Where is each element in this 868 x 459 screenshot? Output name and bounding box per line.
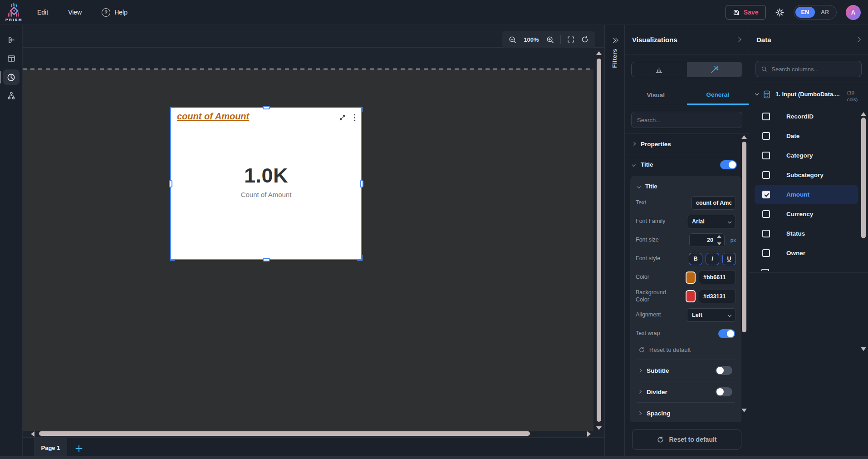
column-checkbox[interactable]: [762, 132, 770, 140]
title-settings-header[interactable]: Title: [636, 181, 736, 196]
canvas-horizontal-scrollbar[interactable]: [23, 431, 604, 437]
tab-visual[interactable]: Visual: [625, 85, 687, 105]
viz-tabs: Visual General: [625, 85, 749, 105]
zoom-out-button[interactable]: [508, 35, 517, 44]
scroll-up-arrow[interactable]: [596, 51, 602, 55]
scroll-down-arrow[interactable]: [861, 347, 866, 351]
canvas-viewport[interactable]: count of Amount: [23, 48, 604, 431]
canvas-vertical-scrollbar[interactable]: [596, 51, 602, 430]
column-row[interactable]: Subcategory: [755, 165, 858, 185]
format-mode-button[interactable]: [687, 62, 742, 77]
scroll-right-arrow[interactable]: [587, 431, 591, 437]
page-tab-1[interactable]: Page 1: [34, 438, 67, 459]
reset-view-button[interactable]: [581, 35, 589, 44]
scroll-left-arrow[interactable]: [31, 431, 34, 437]
hierarchy-view-button[interactable]: [3, 88, 20, 104]
background-color-swatch[interactable]: [686, 290, 696, 302]
column-checkbox[interactable]: [762, 152, 770, 159]
scroll-up-arrow[interactable]: [741, 135, 747, 139]
color-hex-input[interactable]: [699, 271, 736, 284]
resize-handle-top[interactable]: [263, 106, 270, 109]
section-title[interactable]: Title: [625, 154, 742, 175]
section-divider-setting[interactable]: Divider: [636, 381, 736, 402]
subtitle-toggle[interactable]: [716, 366, 732, 375]
alignment-select[interactable]: Left: [687, 308, 736, 322]
horizontal-scroll-thumb[interactable]: [39, 431, 530, 436]
menu-view[interactable]: View: [68, 9, 82, 16]
font-size-input[interactable]: [690, 237, 713, 243]
divider-toggle[interactable]: [716, 387, 732, 396]
save-button[interactable]: Save: [726, 5, 766, 20]
app-logo[interactable]: PRISM: [4, 3, 25, 22]
zoom-in-button[interactable]: [546, 35, 554, 44]
title-toggle[interactable]: [720, 160, 737, 169]
expand-filters-button[interactable]: [612, 39, 618, 42]
section-properties[interactable]: Properties: [625, 134, 742, 154]
title-text-input[interactable]: [691, 196, 736, 210]
resize-handle-bottom[interactable]: [263, 258, 270, 262]
column-label: Amount: [786, 191, 809, 198]
add-page-button[interactable]: [67, 438, 91, 459]
data-panel-scrollbar[interactable]: [861, 112, 866, 274]
section-spacing[interactable]: Spacing: [636, 403, 736, 422]
menu-edit[interactable]: Edit: [37, 9, 48, 16]
chart-mode-button[interactable]: [632, 62, 687, 77]
resize-handle-top-left[interactable]: [170, 107, 175, 112]
theme-toggle-button[interactable]: [775, 8, 785, 17]
widget-menu-button[interactable]: [353, 114, 356, 122]
stepper-up-icon[interactable]: [717, 235, 721, 238]
column-row[interactable]: Category: [755, 146, 858, 165]
viz-scroll-thumb[interactable]: [742, 142, 746, 332]
widget-expand-button[interactable]: [339, 114, 346, 121]
lang-ar-button[interactable]: AR: [815, 7, 835, 18]
column-checkbox[interactable]: [762, 249, 770, 257]
background-color-hex-input[interactable]: [699, 290, 736, 303]
menu-bar: Edit View ? Help: [37, 8, 128, 17]
collapse-visualizations-icon[interactable]: [736, 37, 741, 42]
scroll-up-arrow[interactable]: [861, 112, 866, 116]
column-checkbox[interactable]: [762, 191, 770, 198]
scroll-down-arrow[interactable]: [596, 426, 602, 430]
bold-button[interactable]: B: [689, 253, 702, 265]
data-search-input[interactable]: [771, 66, 856, 73]
charts-view-button[interactable]: [3, 69, 20, 85]
tab-general[interactable]: General: [687, 85, 749, 105]
column-row[interactable]: Date: [755, 126, 858, 146]
color-swatch[interactable]: [686, 271, 696, 284]
column-row[interactable]: RecordID: [755, 107, 858, 126]
menu-help[interactable]: ? Help: [102, 8, 128, 17]
dataset-tree-item[interactable]: 1. Input (DumboData.... (10 cols): [749, 83, 868, 107]
filters-rail-label[interactable]: Filters: [611, 49, 618, 68]
column-checkbox[interactable]: [762, 171, 770, 179]
title-reset-to-default[interactable]: Reset to default: [636, 345, 736, 360]
viz-search-input[interactable]: [637, 117, 736, 123]
stepper-down-icon[interactable]: [717, 242, 721, 245]
reset-to-default-button[interactable]: Reset to default: [632, 429, 741, 450]
column-row[interactable]: Status: [755, 224, 858, 243]
column-row[interactable]: Amount: [755, 185, 858, 204]
column-row[interactable]: Owner: [755, 243, 858, 263]
vertical-scroll-thumb[interactable]: [597, 59, 601, 422]
data-scroll-thumb[interactable]: [861, 118, 866, 238]
column-row[interactable]: Currency: [755, 204, 858, 224]
scroll-down-arrow[interactable]: [741, 409, 747, 412]
collapse-panel-button[interactable]: [3, 32, 20, 48]
column-checkbox[interactable]: [762, 113, 770, 120]
resize-handle-bottom-left[interactable]: [170, 255, 175, 261]
fullscreen-button[interactable]: [567, 35, 575, 44]
text-wrap-toggle[interactable]: [718, 329, 735, 338]
column-checkbox[interactable]: [762, 210, 770, 218]
underline-button[interactable]: U: [722, 253, 736, 265]
avatar[interactable]: A: [846, 5, 861, 20]
kpi-card-widget[interactable]: count of Amount: [170, 107, 362, 260]
resize-handle-bottom-right[interactable]: [357, 255, 363, 261]
viz-panel-scrollbar[interactable]: [741, 135, 747, 412]
font-family-select[interactable]: Arial: [687, 215, 736, 228]
collapse-data-panel-icon[interactable]: [855, 37, 860, 42]
italic-button[interactable]: I: [706, 253, 719, 265]
column-checkbox[interactable]: [762, 230, 770, 237]
section-subtitle[interactable]: Subtitle: [636, 360, 736, 381]
layout-view-button[interactable]: [3, 51, 20, 66]
resize-handle-top-right[interactable]: [357, 107, 363, 112]
lang-en-button[interactable]: EN: [795, 7, 815, 18]
